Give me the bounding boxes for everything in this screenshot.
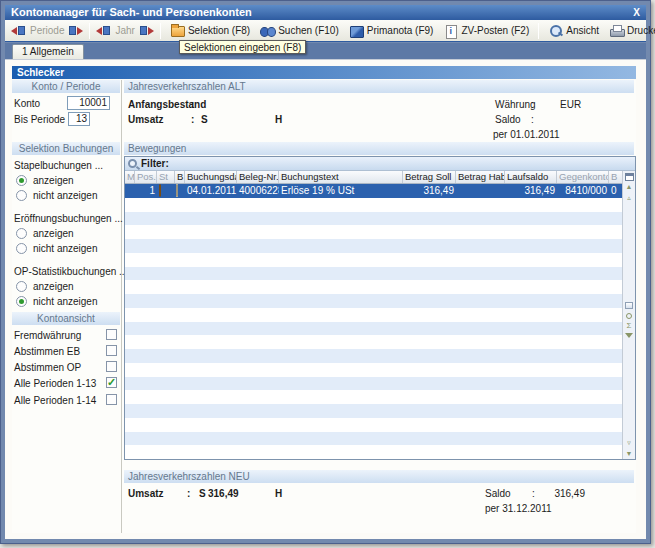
toolbar-separator xyxy=(538,23,539,39)
col-buchungsdatum[interactable]: Buchungsdatum xyxy=(185,171,237,183)
col-pos[interactable]: Pos.# xyxy=(135,171,157,183)
abstimmen-op-label: Abstimmen OP xyxy=(14,362,81,373)
col-beleg-nr[interactable]: Beleg-Nr. xyxy=(237,171,279,183)
sum-icon[interactable]: Σ xyxy=(627,321,632,331)
section-bewegungen: Bewegungen xyxy=(124,142,634,155)
col-betrag-haben[interactable]: Betrag Haben xyxy=(456,171,505,183)
periode-next-button[interactable] xyxy=(66,25,85,36)
primanota-button[interactable]: Primanota (F9) xyxy=(344,22,439,39)
table-row-empty[interactable] xyxy=(125,349,622,363)
toolbar-separator xyxy=(89,23,90,39)
table-row-empty[interactable] xyxy=(125,212,622,226)
jahr-prev-button[interactable] xyxy=(94,25,113,36)
colon: : xyxy=(531,99,534,110)
table-row-empty[interactable] xyxy=(125,267,622,281)
table-row-empty[interactable] xyxy=(125,377,622,391)
section-kontoansicht: Kontoansicht xyxy=(12,312,120,325)
col-gegenkonto[interactable]: Gegenkonto xyxy=(557,171,609,183)
col-laufsaldo[interactable]: Laufsaldo xyxy=(505,171,557,183)
table-row-empty[interactable] xyxy=(125,322,622,336)
saldo-neu-label: Saldo xyxy=(485,488,511,499)
table-row-empty[interactable] xyxy=(125,363,622,377)
radio-stapel-nicht-anzeigen[interactable] xyxy=(16,190,27,201)
table-row-empty[interactable] xyxy=(125,225,622,239)
haben-indicator: H xyxy=(275,114,282,125)
jahr-next-button[interactable] xyxy=(137,25,156,36)
cell-b2: 0 xyxy=(609,184,620,198)
selektion-button[interactable]: Selektion (F8) xyxy=(165,22,255,39)
title-bar: Kontomanager für Sach- und Personenkonte… xyxy=(5,5,646,20)
radio-eroeffnung-anzeigen[interactable] xyxy=(16,228,27,239)
table-row-empty[interactable] xyxy=(125,445,622,459)
soll-indicator: S xyxy=(201,114,208,125)
periode-prev-button[interactable] xyxy=(9,25,28,36)
colon: : xyxy=(191,99,194,110)
right-panel: Jahresverkehrszahlen ALT Anfangsbestand … xyxy=(123,80,636,533)
cell-m xyxy=(125,184,135,198)
table-row-empty[interactable] xyxy=(125,404,622,418)
radio-eroeffnung-nicht-anzeigen[interactable] xyxy=(16,243,27,254)
filter-bar[interactable]: Filter: xyxy=(125,157,635,171)
scroll-down-icon[interactable]: ▿ xyxy=(627,437,631,448)
stamp-hand-icon xyxy=(159,184,161,197)
op-statistikbuchungen-label: OP-Statistikbuchungen ... xyxy=(14,266,127,277)
radio-stapel-anzeigen[interactable] xyxy=(16,175,27,186)
close-button[interactable]: X xyxy=(633,5,640,20)
col-betrag-soll[interactable]: Betrag Soll xyxy=(403,171,456,183)
tab-strip: 1 Allgemein xyxy=(5,43,646,59)
table-row-empty[interactable] xyxy=(125,280,622,294)
scroll-up-icon[interactable]: ▵ xyxy=(627,192,631,203)
table-row-empty[interactable] xyxy=(125,418,622,432)
scroll-top-icon[interactable]: ▲ xyxy=(626,181,633,192)
table-row-empty[interactable] xyxy=(125,239,622,253)
table-header-row: M Pos.# St B Buchungsdatum Beleg-Nr. Buc… xyxy=(125,171,622,184)
suchen-button[interactable]: Suchen (F10) xyxy=(255,22,344,39)
col-b[interactable]: B xyxy=(175,171,185,183)
per-alt-label: per 01.01.2011 xyxy=(493,129,560,140)
radio-label: anzeigen xyxy=(33,281,74,292)
table-row-empty[interactable] xyxy=(125,308,622,322)
radio-op-anzeigen[interactable] xyxy=(16,281,27,292)
konto-input[interactable]: 10001 xyxy=(67,96,110,110)
col-b2[interactable]: B xyxy=(609,171,620,183)
cell-datum: 04.01.2011 /Di xyxy=(185,184,237,198)
col-buchungstext[interactable]: Buchungstext xyxy=(279,171,403,183)
table-row-selected[interactable]: 1 04.01.2011 /Di 40006228 Erlöse 19 % US… xyxy=(125,184,622,198)
table-row-empty[interactable] xyxy=(125,432,622,446)
umsatz-soll-value: 316,49 xyxy=(208,488,238,499)
filter-funnel-icon[interactable] xyxy=(625,333,633,338)
checkbox-alle-perioden-13[interactable] xyxy=(106,377,117,388)
zoom-row-icon[interactable] xyxy=(626,313,632,319)
page-icon xyxy=(103,26,110,35)
table-row-empty[interactable] xyxy=(125,294,622,308)
checkbox-alle-perioden-14[interactable] xyxy=(106,394,117,405)
table-row-empty[interactable] xyxy=(125,335,622,349)
cell-st xyxy=(157,184,175,198)
table-row-empty[interactable] xyxy=(125,253,622,267)
cell-text: Erlöse 19 % USt xyxy=(279,184,403,198)
col-m[interactable]: M xyxy=(125,171,135,183)
tab-allgemein[interactable]: 1 Allgemein xyxy=(12,44,84,59)
table-row-empty[interactable] xyxy=(125,390,622,404)
table-row-empty[interactable] xyxy=(125,198,622,212)
checkbox-abstimmen-op[interactable] xyxy=(106,361,117,372)
drucken-button[interactable]: Drucken xyxy=(604,22,655,39)
page-icon xyxy=(69,26,76,35)
toolbar: Periode Jahr Selektion (F8) Suchen (F10)… xyxy=(5,20,646,42)
umsatz-neu-label: Umsatz xyxy=(128,488,164,499)
cell-laufsaldo: 316,49 xyxy=(505,184,557,198)
column-chooser-icon[interactable] xyxy=(625,173,634,181)
bis-periode-input[interactable]: 13 xyxy=(68,112,90,126)
document-icon xyxy=(443,24,458,37)
checkbox-abstimmen-eb[interactable] xyxy=(106,345,117,356)
col-st[interactable]: St xyxy=(157,171,175,183)
radio-op-nicht-anzeigen[interactable] xyxy=(16,296,27,307)
grid-view-icon[interactable] xyxy=(625,302,633,309)
scroll-bottom-icon[interactable]: ▼ xyxy=(626,448,633,459)
konto-label: Konto xyxy=(14,98,40,109)
bewegungen-table: Filter: M Pos.# St B Buchungsdatum Beleg… xyxy=(124,156,636,460)
zv-posten-button[interactable]: ZV-Posten (F2) xyxy=(438,22,534,39)
ansicht-button[interactable]: Ansicht xyxy=(543,22,604,39)
table-nav-strip: ▲ ▵ Σ ▿ ▼ xyxy=(622,171,635,459)
checkbox-fremdwaehrung[interactable] xyxy=(106,329,117,340)
